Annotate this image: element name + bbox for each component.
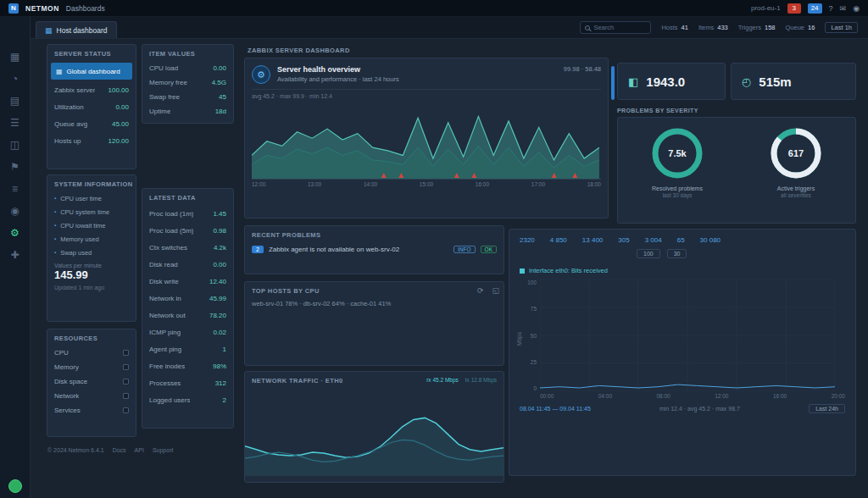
support-status-icon[interactable]: [8, 479, 22, 493]
time-range-select[interactable]: Last 1h: [825, 22, 858, 33]
search-input[interactable]: [593, 24, 644, 31]
list-item[interactable]: Free inodes 98%: [142, 357, 233, 374]
stat-link[interactable]: 13 400: [582, 236, 603, 244]
rail-item-inventory[interactable]: ☰: [0, 112, 31, 134]
stat-link[interactable]: 2320: [520, 236, 535, 244]
list-item[interactable]: Logged users 2: [142, 391, 233, 408]
stat-link[interactable]: 65: [677, 236, 685, 244]
topbar-menu-dashboards[interactable]: Dashboards: [66, 4, 105, 13]
resource-row[interactable]: CPU: [47, 346, 136, 360]
problem-row[interactable]: 2 Zabbix agent is not available on web-s…: [245, 242, 504, 257]
mail-icon[interactable]: ✉: [840, 4, 847, 13]
list-item[interactable]: Disk write 12.40: [142, 273, 233, 290]
rail-item-reports[interactable]: ◫: [0, 134, 31, 156]
filter-chip[interactable]: 30: [667, 249, 687, 258]
tab-host-dashboard[interactable]: ▦ Host dashboard: [36, 21, 117, 38]
graph-legend: Interface eth0: Bits received: [509, 263, 855, 276]
legend-item[interactable]: ▪ CPU iowait time: [47, 219, 136, 232]
rail-item-dashboards[interactable]: ▦: [0, 46, 31, 68]
stat-link[interactable]: 30 080: [700, 236, 721, 244]
legend-swatch: [520, 268, 525, 274]
tasks-badge[interactable]: 24: [808, 3, 822, 14]
expand-icon[interactable]: ◱: [487, 286, 504, 295]
list-item[interactable]: Ctx switches 4.2k: [142, 239, 233, 256]
checkbox[interactable]: [123, 407, 129, 413]
legend-item[interactable]: ▪ Swap used: [47, 246, 136, 259]
panel-recent-problems: Recent problems 2 Zabbix agent is not av…: [244, 225, 504, 274]
problem-count-chip[interactable]: 2: [252, 246, 264, 253]
y-tick: 0: [523, 385, 537, 391]
menu-item-label: Global dashboard: [67, 68, 120, 75]
x-tick: 16:00: [773, 393, 787, 399]
status-chip[interactable]: OK: [481, 246, 497, 253]
list-item[interactable]: Hosts up 120.00: [47, 132, 136, 149]
range-chip-button[interactable]: Last 24h: [809, 404, 845, 413]
refresh-icon[interactable]: ⟳: [473, 286, 488, 295]
list-item[interactable]: Zabbix server 100.00: [47, 81, 136, 98]
legend-label: CPU system time: [60, 208, 109, 216]
resource-row[interactable]: Network: [47, 389, 136, 403]
list-item[interactable]: Agent ping 1: [142, 340, 233, 357]
app-logo[interactable]: N: [8, 3, 19, 14]
stat-card-nvps[interactable]: ◧ 1943.0: [617, 63, 726, 100]
bullet-icon: ▪: [54, 250, 56, 255]
stat-link[interactable]: 3 004: [645, 236, 662, 244]
y-tick: 75: [523, 306, 537, 312]
list-item[interactable]: Swap free 45: [142, 90, 233, 104]
list-item[interactable]: Uptime 18d: [142, 104, 233, 119]
menu-item-global-dashboard[interactable]: ▦ Global dashboard: [51, 63, 132, 80]
list-item[interactable]: ICMP ping 0.02: [142, 324, 233, 340]
footer-link-support[interactable]: Support: [153, 447, 174, 453]
checkbox[interactable]: [123, 350, 129, 356]
rail-item-services[interactable]: ▤: [0, 90, 31, 112]
x-tick: 15:00: [420, 181, 433, 187]
panel-title: Server status: [47, 45, 136, 61]
item-value: 0.00: [213, 64, 226, 72]
item-value: 1.45: [213, 210, 226, 218]
item-value: 45.99: [209, 295, 226, 302]
list-item[interactable]: Disk read 0.00: [142, 256, 233, 273]
stat-card-uptime[interactable]: ◴ 515m: [731, 63, 856, 100]
list-item[interactable]: Network in 45.99: [142, 290, 233, 307]
rail-item-monitoring[interactable]: ◔: [0, 68, 31, 90]
stat-link[interactable]: 4 850: [550, 236, 567, 244]
stat-queue: Queue 16: [786, 24, 815, 31]
footer-link-api[interactable]: API: [135, 447, 144, 453]
rail-item-alerts[interactable]: ⚑: [0, 156, 31, 178]
donut-chart: 7.5k: [650, 126, 704, 180]
rail-item-integrations[interactable]: ✚: [0, 244, 31, 266]
list-item[interactable]: Network out 78.20: [142, 307, 233, 324]
legend-item[interactable]: ▪ CPU system time: [47, 205, 136, 219]
severity-chip[interactable]: INFO: [453, 246, 476, 253]
list-item[interactable]: Utilization 0.00: [47, 98, 136, 115]
filter-chip[interactable]: 100: [637, 249, 660, 258]
checkbox[interactable]: [123, 364, 129, 370]
rail-item-administration[interactable]: ⚙: [0, 222, 31, 244]
checkbox[interactable]: [123, 379, 129, 385]
resource-row[interactable]: Services: [47, 403, 136, 418]
resource-row[interactable]: Memory: [47, 360, 136, 374]
panel-title: System information: [47, 175, 136, 191]
item-label: Memory free: [149, 79, 187, 86]
stat-link[interactable]: 305: [618, 236, 629, 244]
alerts-badge[interactable]: 3: [787, 3, 801, 14]
resource-row[interactable]: Disk space: [47, 374, 136, 389]
legend-item[interactable]: ▪ CPU user time: [47, 191, 136, 205]
rail-item-users[interactable]: ◉: [0, 200, 31, 222]
list-item[interactable]: Memory free 4.5G: [142, 75, 233, 90]
list-item[interactable]: Proc load (5m) 0.98: [142, 222, 233, 239]
legend-item[interactable]: ▪ Memory used: [47, 232, 136, 246]
rail-item-data-collection[interactable]: ≡: [0, 178, 31, 200]
footer-link-docs[interactable]: Docs: [113, 447, 126, 453]
area-chart-frame: [252, 101, 601, 180]
list-item[interactable]: Queue avg 45.00: [47, 115, 136, 132]
search-box[interactable]: [580, 21, 651, 34]
list-item[interactable]: Processes 312: [142, 374, 233, 391]
graph-time-range[interactable]: 08.04 11:45 — 09.04 11:45: [520, 406, 591, 412]
list-item[interactable]: Proc load (1m) 1.45: [142, 205, 233, 222]
list-item[interactable]: CPU load 0.00: [142, 61, 233, 75]
user-icon[interactable]: ◉: [853, 4, 860, 13]
checkbox[interactable]: [123, 393, 129, 399]
scroll-accent-bar[interactable]: [611, 66, 615, 100]
help-icon[interactable]: ?: [829, 4, 833, 13]
